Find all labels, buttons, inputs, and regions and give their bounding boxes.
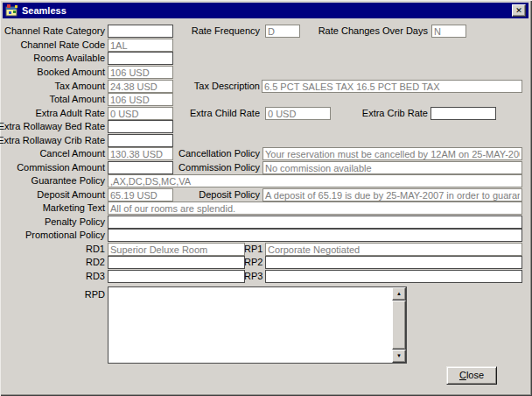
rpd-scrollbar[interactable]: ▲ ▼: [392, 287, 406, 363]
extra-adult-rate-label: Extra Adult Rate: [0, 107, 105, 120]
rp1-field[interactable]: [265, 243, 522, 256]
scrollbar-thumb[interactable]: [392, 301, 406, 350]
booked-amount-label: Booked Amount: [0, 66, 105, 79]
deposit-amount-label: Deposit Amount: [0, 188, 105, 202]
deposit-policy-field[interactable]: [262, 188, 522, 202]
rooms-available-field[interactable]: [108, 52, 173, 65]
channel-rate-code-label: Channel Rate Code: [0, 39, 105, 52]
guarantee-policy-label: Guarantee Policy: [0, 174, 105, 187]
penalty-policy-field[interactable]: [108, 216, 522, 229]
rpd-label: RPD: [0, 288, 105, 301]
extra-rollaway-bed-rate-field[interactable]: [108, 120, 173, 133]
close-button-mnemonic: C: [459, 370, 466, 380]
cancel-amount-field[interactable]: [108, 147, 173, 160]
marketing-text-label: Marketing Text: [0, 202, 105, 215]
rp2-field[interactable]: [265, 256, 522, 269]
channel-rate-category-field[interactable]: [108, 25, 173, 38]
promotional-policy-label: Promotional Policy: [0, 229, 105, 242]
rd3-field[interactable]: [108, 270, 245, 283]
deposit-amount-field[interactable]: [108, 188, 173, 202]
tax-amount-field[interactable]: [108, 80, 173, 93]
tax-description-field[interactable]: [262, 80, 522, 93]
extra-crib-rate-field[interactable]: [430, 107, 496, 120]
scroll-down-icon[interactable]: ▼: [392, 350, 406, 363]
close-icon[interactable]: ✕: [512, 4, 526, 17]
window-title: Seamless: [22, 5, 66, 16]
marketing-text-field[interactable]: [108, 202, 522, 215]
rate-changes-over-days-field[interactable]: [431, 25, 466, 38]
rp1-label: RP1: [244, 243, 262, 256]
app-icon: [5, 4, 18, 17]
rp2-label: RP2: [244, 256, 262, 269]
commission-amount-field[interactable]: [108, 161, 173, 174]
rooms-available-label: Rooms Available: [0, 52, 105, 65]
close-button-label: lose: [466, 370, 484, 380]
rpd-field[interactable]: ▲ ▼: [108, 286, 407, 364]
rp3-field[interactable]: [265, 270, 522, 283]
seamless-dialog: Seamless ✕ Channel Rate Category Channel…: [0, 0, 532, 396]
total-amount-label: Total Amount: [0, 93, 105, 106]
rd1-field[interactable]: [108, 243, 245, 256]
title-bar[interactable]: Seamless ✕: [3, 3, 528, 18]
channel-rate-code-field[interactable]: [108, 39, 173, 52]
scroll-up-icon[interactable]: ▲: [392, 287, 406, 301]
promotional-policy-field[interactable]: [108, 229, 522, 242]
channel-rate-category-label: Channel Rate Category: [0, 25, 105, 38]
extra-rollaway-crib-rate-label: Extra Rollaway Crib Rate: [0, 134, 105, 147]
extra-child-rate-field[interactable]: [265, 107, 331, 120]
rate-frequency-field[interactable]: [265, 25, 300, 38]
extra-rollaway-crib-rate-field[interactable]: [108, 134, 173, 147]
tax-amount-label: Tax Amount: [0, 80, 105, 93]
extra-adult-rate-field[interactable]: [108, 107, 173, 120]
rd2-label: RD2: [0, 256, 105, 269]
cancel-amount-label: Cancel Amount: [0, 147, 105, 160]
guarantee-policy-field[interactable]: [108, 174, 522, 187]
rd3-label: RD3: [0, 270, 105, 283]
commission-amount-label: Commission Amount: [0, 161, 105, 174]
cancellation-policy-field[interactable]: [262, 147, 522, 160]
close-button[interactable]: Close: [446, 366, 497, 385]
rp3-label: RP3: [244, 270, 262, 283]
rd1-label: RD1: [0, 243, 105, 256]
total-amount-field[interactable]: [108, 93, 173, 106]
commission-policy-field[interactable]: [262, 161, 522, 174]
rd2-field[interactable]: [108, 256, 245, 269]
penalty-policy-label: Penalty Policy: [0, 216, 105, 229]
rate-changes-over-days-label: Rate Changes Over Days: [306, 25, 428, 38]
booked-amount-field[interactable]: [108, 66, 173, 79]
extra-rollaway-bed-rate-label: Extra Rollaway Bed Rate: [0, 120, 105, 133]
rpd-textarea[interactable]: [108, 287, 392, 363]
